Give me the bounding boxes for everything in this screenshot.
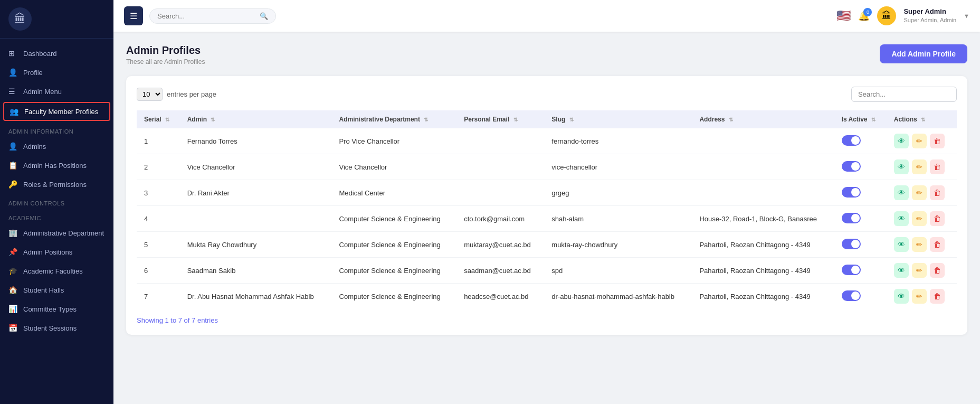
sidebar-item-student-sessions[interactable]: 📅 Student Sessions [0,318,113,337]
sort-icon-address[interactable]: ⇅ [729,117,733,123]
search-bar: 🔍 [149,8,276,24]
sidebar-item-admin-positions[interactable]: 📌 Admin Positions [0,242,113,261]
table-card: 10 25 50 entries per page Serial ⇅ [126,76,967,335]
sidebar-item-admin-menu[interactable]: ☰ Admin Menu [0,82,113,101]
sidebar-item-dashboard[interactable]: ⊞ Dashboard [0,44,113,63]
sidebar-item-label: Dashboard [23,50,57,58]
positions-icon: 📋 [8,161,18,170]
sidebar-item-profile[interactable]: 👤 Profile [0,63,113,82]
sidebar-item-label: Profile [23,69,43,77]
edit-button[interactable]: ✏ [912,134,927,148]
sidebar-item-faculty-member-profiles[interactable]: 👥 Faculty Member Profiles [3,102,110,121]
sidebar-item-roles-permissions[interactable]: 🔑 Roles & Permissions [0,175,113,194]
committee-icon: 📊 [8,305,18,313]
cell-email: saadman@cuet.ac.bd [456,258,544,284]
delete-button[interactable]: 🗑 [930,263,945,278]
edit-button[interactable]: ✏ [912,211,927,226]
col-serial: Serial ⇅ [137,110,180,128]
search-input[interactable] [157,12,255,20]
sidebar-item-admins[interactable]: 👤 Admins [0,137,113,156]
view-button[interactable]: 👁 [894,159,909,174]
cell-address: Pahartoli, Raozan Chittagong - 4349 [692,284,834,309]
table-row: 3 Dr. Rani Akter Medical Center grgeg 👁 … [137,180,957,206]
delete-button[interactable]: 🗑 [930,134,945,148]
cell-serial: 3 [137,180,180,206]
view-button[interactable]: 👁 [894,185,909,200]
edit-button[interactable]: ✏ [912,185,927,200]
cell-dept: Computer Science & Engineering [332,284,457,309]
sidebar-item-academic-faculties[interactable]: 🎓 Academic Faculties [0,261,113,280]
sort-icon-serial[interactable]: ⇅ [165,117,169,123]
cell-is-active[interactable] [834,128,887,154]
active-toggle[interactable] [842,187,861,198]
cell-slug: dr-abu-hasnat-mohammad-ashfak-habib [544,284,692,309]
entries-select[interactable]: 10 25 50 [137,88,163,101]
cell-actions: 👁 ✏ 🗑 [887,180,957,206]
cell-dept: Medical Center [332,180,457,206]
notification-badge: 0 [863,8,872,16]
hamburger-button[interactable]: ☰ [124,6,143,25]
entries-control: 10 25 50 entries per page [137,88,216,101]
cell-serial: 4 [137,206,180,232]
edit-button[interactable]: ✏ [912,159,927,174]
edit-button[interactable]: ✏ [912,263,927,278]
user-role: Super Admin, Admin [903,16,956,24]
table-row: 7 Dr. Abu Hasnat Mohammad Ashfak Habib C… [137,284,957,309]
sidebar-item-label: Roles & Permissions [23,181,87,189]
col-admin: Admin ⇅ [180,110,332,128]
table-search-input[interactable] [851,87,957,102]
section-admin-information: Admin Information [0,122,113,137]
delete-button[interactable]: 🗑 [930,289,945,304]
sort-icon-active[interactable]: ⇅ [871,117,876,123]
table-row: 6 Saadman Sakib Computer Science & Engin… [137,258,957,284]
cell-email [456,180,544,206]
section-academic: Academic [0,209,113,223]
sort-icon-admin[interactable]: ⇅ [211,117,215,123]
delete-button[interactable]: 🗑 [930,159,945,174]
view-button[interactable]: 👁 [894,263,909,278]
sidebar-item-admin-has-positions[interactable]: 📋 Admin Has Positions [0,156,113,175]
sort-icon-email[interactable]: ⇅ [513,117,518,123]
cell-serial: 1 [137,128,180,154]
view-button[interactable]: 👁 [894,134,909,148]
sidebar-item-administrative-department[interactable]: 🏢 Administrative Department [0,223,113,242]
cell-is-active[interactable] [834,180,887,206]
view-button[interactable]: 👁 [894,237,909,252]
active-toggle[interactable] [842,213,861,223]
delete-button[interactable]: 🗑 [930,211,945,226]
table-footer: Showing 1 to 7 of 7 entries [137,316,957,324]
sort-icon-dept[interactable]: ⇅ [424,117,428,123]
sidebar-item-label: Student Halls [23,286,64,294]
active-toggle[interactable] [842,161,861,172]
chevron-down-icon[interactable]: ▼ [964,13,969,19]
cell-is-active[interactable] [834,284,887,309]
active-toggle[interactable] [842,239,861,249]
cell-is-active[interactable] [834,154,887,180]
section-admin-controls: Admin Controls [0,194,113,209]
view-button[interactable]: 👁 [894,211,909,226]
active-toggle[interactable] [842,135,861,146]
cell-actions: 👁 ✏ 🗑 [887,154,957,180]
logo-icon: 🏛 [8,7,32,31]
menu-icon: ☰ [8,87,18,96]
cell-admin: Dr. Rani Akter [180,180,332,206]
edit-button[interactable]: ✏ [912,237,927,252]
cell-is-active[interactable] [834,258,887,284]
cell-is-active[interactable] [834,206,887,232]
topbar: ☰ 🔍 🇺🇸 🔔 0 🏛 Super Admin Super Admin, Ad… [113,0,980,32]
add-admin-profile-button[interactable]: Add Admin Profile [880,44,967,63]
sort-icon-actions[interactable]: ⇅ [921,117,925,123]
cell-is-active[interactable] [834,232,887,258]
delete-button[interactable]: 🗑 [930,237,945,252]
faculties-icon: 🎓 [8,267,18,275]
sort-icon-slug[interactable]: ⇅ [569,117,574,123]
cell-slug: spd [544,258,692,284]
sidebar-item-student-halls[interactable]: 🏠 Student Halls [0,280,113,299]
active-toggle[interactable] [842,265,861,275]
active-toggle[interactable] [842,290,861,301]
view-button[interactable]: 👁 [894,289,909,304]
notification-button[interactable]: 🔔 0 [858,10,870,22]
delete-button[interactable]: 🗑 [930,185,945,200]
edit-button[interactable]: ✏ [912,289,927,304]
sidebar-item-committee-types[interactable]: 📊 Committee Types [0,299,113,318]
